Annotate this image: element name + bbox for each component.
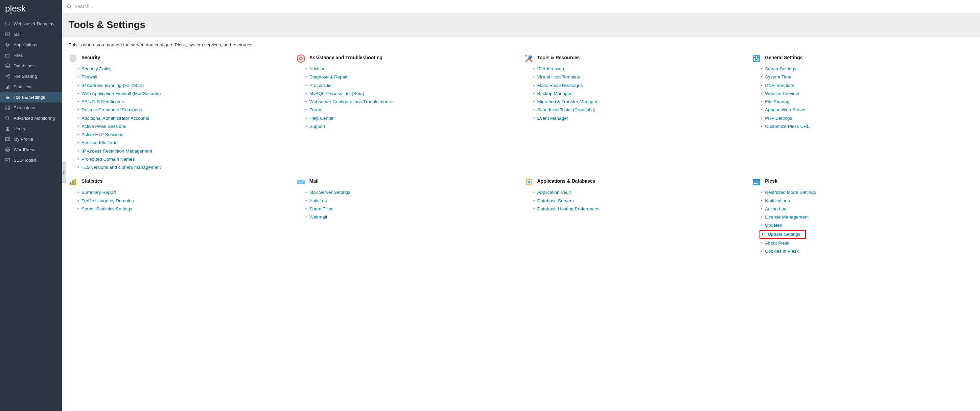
magnify-icon [5, 116, 10, 121]
sidebar-item-profile[interactable]: My Profile [0, 134, 62, 145]
group-item: System Time [765, 73, 973, 81]
sidebar-item-advmon[interactable]: Advanced Monitoring [0, 113, 62, 123]
sidebar-item-websites[interactable]: Websites & Domains [0, 19, 62, 29]
link-notifications[interactable]: Notifications [765, 198, 790, 203]
link-mysql-process-list-beta[interactable]: MySQL Process List (Beta) [309, 91, 364, 96]
svg-rect-19 [753, 178, 760, 181]
link-webmail[interactable]: Webmail [309, 215, 327, 220]
group-plesk: PleskRestricted Mode SettingsNotificatio… [752, 178, 973, 255]
link-forum[interactable]: Forum [309, 107, 323, 112]
link-process-list[interactable]: Process list [309, 83, 333, 88]
sidebar-item-mail[interactable]: Mail [0, 29, 62, 40]
link-help-center[interactable]: Help Center [309, 116, 334, 121]
sidebar-item-tools[interactable]: Tools & Settings [0, 92, 62, 102]
group-list: Restricted Mode SettingsNotificationsAct… [752, 188, 973, 255]
link-updates[interactable]: Updates [765, 223, 782, 228]
link-backup-manager[interactable]: Backup Manager [537, 91, 572, 96]
group-item: Mass Email Messages [537, 81, 746, 90]
group-assist: Assistance and TroubleshootingAdvisorDia… [297, 54, 518, 131]
link-migration-transfer-manager[interactable]: Migration & Transfer Manager [537, 99, 598, 104]
sidebar-item-ext[interactable]: Extensions [0, 102, 62, 113]
group-item: IP Address Banning (Fail2Ban) [81, 81, 290, 90]
sidebar-item-wp[interactable]: WordPress [0, 145, 62, 155]
sidebar-item-label: SEO Toolkit [14, 158, 37, 163]
sidebar-collapse-handle[interactable] [62, 162, 66, 183]
group-item: Antivirus [309, 197, 518, 205]
link-action-log[interactable]: Action Log [765, 206, 787, 212]
link-summary-report[interactable]: Summary Report [81, 190, 116, 195]
main-content: Tools & Settings This is where you manag… [62, 0, 980, 411]
link-active-ftp-sessions[interactable]: Active FTP Sessions [81, 132, 123, 137]
link-web-application-firewall-modsecurity[interactable]: Web Application Firewall (ModSecurity) [81, 91, 161, 96]
sidebar-item-apps[interactable]: Applications [0, 40, 62, 50]
link-virtual-host-template[interactable]: Virtual Host Template [537, 75, 581, 80]
link-security-policy[interactable]: Security Policy [81, 66, 111, 72]
security-icon [68, 54, 78, 63]
link-file-sharing[interactable]: File Sharing [765, 99, 789, 104]
sidebar-item-fileshare[interactable]: File Sharing [0, 71, 62, 81]
link-website-preview[interactable]: Website Preview [765, 91, 799, 96]
link-customize-plesk-url[interactable]: Customize Plesk URL [765, 124, 809, 129]
link-ip-access-restriction-management[interactable]: IP Access Restriction Management [81, 148, 152, 154]
group-list: Security PolicyFirewallIP Address Bannin… [68, 65, 290, 172]
link-active-plesk-sessions[interactable]: Active Plesk Sessions [81, 124, 126, 129]
link-session-idle-time[interactable]: Session Idle Time [81, 140, 118, 145]
sidebar-item-seo[interactable]: SEO Toolkit [0, 155, 62, 166]
link-application-vault[interactable]: Application Vault [537, 190, 571, 195]
link-dns-template[interactable]: DNS Template [765, 83, 794, 88]
group-item: Active Plesk Sessions [81, 123, 290, 131]
group-title: General Settings [765, 54, 802, 60]
link-server-statistics-settings[interactable]: Server Statistics Settings [81, 206, 132, 212]
link-prohibited-domain-names[interactable]: Prohibited Domain Names [81, 157, 135, 162]
group-item: Apache Web Server [765, 106, 973, 114]
group-item: Advisor [309, 65, 518, 73]
link-restrict-creation-of-subzones[interactable]: Restrict Creation of Subzones [81, 107, 142, 112]
link-advisor[interactable]: Advisor [309, 66, 325, 72]
sidebar-item-users[interactable]: Users [0, 123, 62, 134]
svg-rect-4 [525, 55, 527, 57]
link-apache-web-server[interactable]: Apache Web Server [765, 107, 806, 112]
link-database-hosting-preferences[interactable]: Database Hosting Preferences [537, 206, 600, 212]
sidebar-item-stats[interactable]: Statistics [0, 81, 62, 92]
group-item: Forum [309, 106, 518, 114]
link-database-servers[interactable]: Database Servers [537, 198, 574, 203]
group-list: Summary ReportTraffic Usage by DomainsSe… [68, 188, 290, 213]
link-ssl-tls-certificates[interactable]: SSL/TLS Certificates [81, 99, 124, 104]
search-input[interactable] [75, 4, 975, 9]
link-ip-address-banning-fail2ban[interactable]: IP Address Banning (Fail2Ban) [81, 83, 144, 88]
link-diagnose-repair[interactable]: Diagnose & Repair [309, 75, 348, 80]
link-additional-administrator-accounts[interactable]: Additional Administrator Accounts [81, 116, 149, 121]
link-spam-filter[interactable]: Spam Filter [309, 206, 333, 212]
group-item: Updates [765, 221, 973, 229]
link-antivirus[interactable]: Antivirus [309, 198, 327, 203]
sidebar-item-databases[interactable]: Databases [0, 61, 62, 71]
group-statistics: StatisticsSummary ReportTraffic Usage by… [68, 178, 290, 213]
link-mass-email-messages[interactable]: Mass Email Messages [537, 83, 583, 88]
link-update-settings[interactable]: Update Settings [768, 232, 800, 237]
link-php-settings[interactable]: PHP Settings [765, 116, 792, 121]
search-icon [67, 4, 72, 9]
link-restricted-mode-settings[interactable]: Restricted Mode Settings [765, 190, 816, 195]
group-item: • Update Settings [765, 230, 973, 239]
link-scheduled-tasks-cron-jobs[interactable]: Scheduled Tasks (Cron jobs) [537, 107, 595, 112]
link-tls-versions-and-ciphers-management[interactable]: TLS versions and ciphers management [81, 165, 161, 170]
group-item: Process list [309, 81, 518, 90]
link-event-manager[interactable]: Event Manager [537, 116, 568, 121]
group-item: Security Policy [81, 65, 290, 73]
link-support[interactable]: Support [309, 124, 325, 129]
link-traffic-usage-by-domains[interactable]: Traffic Usage by Domains [81, 198, 134, 203]
link-firewall[interactable]: Firewall [81, 75, 97, 80]
group-item: Event Manager [537, 114, 746, 123]
link-server-settings[interactable]: Server Settings [765, 66, 796, 72]
link-mail-server-settings[interactable]: Mail Server Settings [309, 190, 350, 195]
link-system-time[interactable]: System Time [765, 75, 791, 80]
sidebar-item-label: Advanced Monitoring [14, 116, 55, 121]
link-license-management[interactable]: License Management [765, 215, 808, 220]
group-item: Notifications [765, 197, 973, 205]
link-about-plesk[interactable]: About Plesk [765, 241, 789, 245]
link-ip-addresses[interactable]: IP Addresses [537, 66, 564, 72]
link-webserver-configurations-troubleshooter[interactable]: Webserver Configurations Troubleshooter [309, 99, 394, 104]
link-cookies-in-plesk[interactable]: Cookies in Plesk [765, 249, 799, 254]
sidebar-item-label: Extensions [14, 105, 35, 110]
sidebar-item-files[interactable]: Files [0, 50, 62, 61]
